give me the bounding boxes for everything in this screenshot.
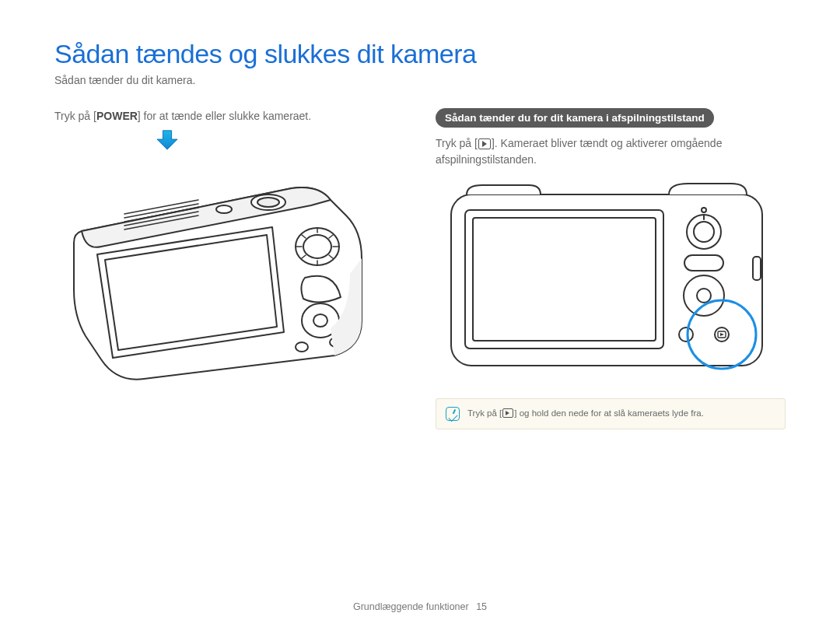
svg-point-26 [697,289,711,303]
footer-page-number: 15 [476,601,487,612]
svg-rect-19 [473,218,656,341]
svg-point-20 [702,208,706,212]
instr-pre: Tryk på [ [54,110,96,122]
svg-point-22 [694,222,714,242]
note-text: Tryk på [] og hold den nede for at slå k… [467,407,704,419]
svg-point-15 [296,342,308,352]
page-footer: Grundlæggende funktioner 15 [0,601,840,612]
playback-instruction: Tryk på []. Kameraet bliver tændt og akt… [436,135,786,168]
right-column: Sådan tænder du for dit kamera i afspiln… [436,108,786,429]
camera-perspective-illustration [54,157,404,383]
svg-rect-30 [753,257,761,280]
note-pre: Tryk på [ [467,408,502,418]
svg-point-14 [313,314,327,327]
playback-mode-heading: Sådan tænder du for dit kamera i afspiln… [436,108,714,128]
note-icon [446,407,460,421]
svg-point-0 [216,205,232,213]
play-instr-pre: Tryk på [ [436,137,478,149]
svg-point-27 [679,328,693,342]
svg-point-2 [257,198,279,207]
svg-rect-24 [684,255,723,271]
svg-point-4 [303,235,331,258]
note-box: Tryk på [] og hold den nede for at slå k… [436,398,786,429]
camera-back-illustration [436,179,786,381]
page-title: Sådan tændes og slukkes dit kamera [54,39,786,69]
instr-bold: POWER [96,110,138,122]
left-column: Tryk på [POWER] for at tænde eller slukk… [54,108,404,429]
note-post: ] og hold den nede for at slå kameraets … [514,408,704,418]
power-instruction: Tryk på [POWER] for at tænde eller slukk… [54,108,404,124]
intro-text: Sådan tænder du dit kamera. [54,74,786,86]
footer-section: Grundlæggende funktioner [353,601,469,612]
play-icon [478,138,491,149]
instr-post: ] for at tænde eller slukke kameraet. [138,110,311,122]
play-icon [502,408,513,418]
arrow-down-icon [153,129,181,151]
